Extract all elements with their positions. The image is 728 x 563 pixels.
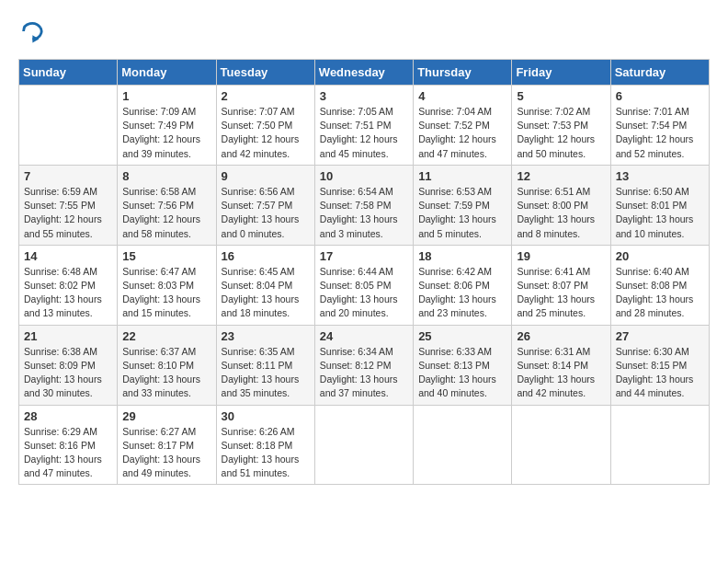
cell-text: Sunrise: 6:37 AMSunset: 8:10 PMDaylight:…	[122, 346, 200, 399]
calendar-cell: 10Sunrise: 6:54 AMSunset: 7:58 PMDayligh…	[314, 165, 413, 245]
day-number: 25	[418, 329, 506, 343]
calendar-cell: 21Sunrise: 6:38 AMSunset: 8:09 PMDayligh…	[19, 325, 118, 405]
calendar-cell	[512, 405, 610, 485]
calendar-cell: 8Sunrise: 6:58 AMSunset: 7:56 PMDaylight…	[118, 165, 216, 245]
calendar-cell: 20Sunrise: 6:40 AMSunset: 8:08 PMDayligh…	[610, 245, 709, 325]
day-number: 21	[24, 329, 112, 343]
calendar-cell: 7Sunrise: 6:59 AMSunset: 7:55 PMDaylight…	[19, 165, 118, 245]
cell-text: Sunrise: 7:05 AMSunset: 7:51 PMDaylight:…	[320, 106, 398, 159]
calendar-table: SundayMondayTuesdayWednesdayThursdayFrid…	[18, 59, 710, 485]
cell-text: Sunrise: 6:34 AMSunset: 8:12 PMDaylight:…	[320, 346, 398, 399]
day-number: 5	[517, 89, 605, 103]
cell-text: Sunrise: 7:04 AMSunset: 7:52 PMDaylight:…	[418, 106, 496, 159]
day-number: 12	[517, 169, 605, 183]
calendar-cell: 18Sunrise: 6:42 AMSunset: 8:06 PMDayligh…	[414, 245, 512, 325]
day-number: 20	[616, 249, 704, 263]
day-number: 27	[616, 329, 704, 343]
day-number: 3	[320, 89, 408, 103]
cell-text: Sunrise: 6:27 AMSunset: 8:17 PMDaylight:…	[122, 426, 200, 479]
calendar-cell: 17Sunrise: 6:44 AMSunset: 8:05 PMDayligh…	[314, 245, 413, 325]
cell-text: Sunrise: 6:59 AMSunset: 7:55 PMDaylight:…	[24, 186, 102, 239]
column-header-wednesday: Wednesday	[314, 60, 413, 86]
calendar-cell: 14Sunrise: 6:48 AMSunset: 8:02 PMDayligh…	[19, 245, 118, 325]
calendar-cell: 25Sunrise: 6:33 AMSunset: 8:13 PMDayligh…	[414, 325, 512, 405]
cell-text: Sunrise: 6:44 AMSunset: 8:05 PMDaylight:…	[320, 266, 398, 319]
day-number: 19	[517, 249, 605, 263]
day-number: 14	[24, 249, 112, 263]
cell-text: Sunrise: 6:56 AMSunset: 7:57 PMDaylight:…	[222, 186, 300, 239]
column-header-saturday: Saturday	[610, 60, 709, 86]
calendar-cell: 4Sunrise: 7:04 AMSunset: 7:52 PMDaylight…	[414, 86, 512, 166]
cell-text: Sunrise: 6:42 AMSunset: 8:06 PMDaylight:…	[418, 266, 496, 319]
cell-text: Sunrise: 6:58 AMSunset: 7:56 PMDaylight:…	[122, 186, 200, 239]
cell-text: Sunrise: 6:40 AMSunset: 8:08 PMDaylight:…	[616, 266, 694, 319]
calendar-cell: 15Sunrise: 6:47 AMSunset: 8:03 PMDayligh…	[118, 245, 216, 325]
day-number: 18	[418, 249, 506, 263]
day-number: 15	[122, 249, 210, 263]
cell-text: Sunrise: 6:53 AMSunset: 7:59 PMDaylight:…	[418, 186, 496, 239]
logo	[18, 18, 48, 44]
day-number: 9	[222, 169, 310, 183]
page-header	[18, 18, 710, 44]
cell-text: Sunrise: 6:41 AMSunset: 8:07 PMDaylight:…	[517, 266, 595, 319]
calendar-header-row: SundayMondayTuesdayWednesdayThursdayFrid…	[19, 60, 710, 86]
day-number: 13	[616, 169, 704, 183]
calendar-cell: 30Sunrise: 6:26 AMSunset: 8:18 PMDayligh…	[216, 405, 314, 485]
column-header-friday: Friday	[512, 60, 610, 86]
cell-text: Sunrise: 6:50 AMSunset: 8:01 PMDaylight:…	[616, 186, 694, 239]
cell-text: Sunrise: 6:51 AMSunset: 8:00 PMDaylight:…	[517, 186, 595, 239]
cell-text: Sunrise: 6:45 AMSunset: 8:04 PMDaylight:…	[222, 266, 300, 319]
column-header-monday: Monday	[118, 60, 216, 86]
calendar-cell	[19, 86, 118, 166]
calendar-cell: 2Sunrise: 7:07 AMSunset: 7:50 PMDaylight…	[216, 86, 314, 166]
day-number: 4	[418, 89, 506, 103]
calendar-week-row: 1Sunrise: 7:09 AMSunset: 7:49 PMDaylight…	[19, 86, 710, 166]
cell-text: Sunrise: 7:07 AMSunset: 7:50 PMDaylight:…	[222, 106, 300, 159]
day-number: 6	[616, 89, 704, 103]
calendar-cell: 12Sunrise: 6:51 AMSunset: 8:00 PMDayligh…	[512, 165, 610, 245]
cell-text: Sunrise: 6:26 AMSunset: 8:18 PMDaylight:…	[222, 426, 300, 479]
calendar-week-row: 14Sunrise: 6:48 AMSunset: 8:02 PMDayligh…	[19, 245, 710, 325]
cell-text: Sunrise: 7:02 AMSunset: 7:53 PMDaylight:…	[517, 106, 595, 159]
calendar-week-row: 28Sunrise: 6:29 AMSunset: 8:16 PMDayligh…	[19, 405, 710, 485]
day-number: 2	[222, 89, 310, 103]
calendar-cell: 9Sunrise: 6:56 AMSunset: 7:57 PMDaylight…	[216, 165, 314, 245]
calendar-cell: 26Sunrise: 6:31 AMSunset: 8:14 PMDayligh…	[512, 325, 610, 405]
calendar-cell: 13Sunrise: 6:50 AMSunset: 8:01 PMDayligh…	[610, 165, 709, 245]
cell-text: Sunrise: 6:30 AMSunset: 8:15 PMDaylight:…	[616, 346, 694, 399]
cell-text: Sunrise: 6:29 AMSunset: 8:16 PMDaylight:…	[24, 426, 102, 479]
calendar-cell	[610, 405, 709, 485]
cell-text: Sunrise: 6:33 AMSunset: 8:13 PMDaylight:…	[418, 346, 496, 399]
cell-text: Sunrise: 6:48 AMSunset: 8:02 PMDaylight:…	[24, 266, 102, 319]
day-number: 7	[24, 169, 112, 183]
calendar-cell: 22Sunrise: 6:37 AMSunset: 8:10 PMDayligh…	[118, 325, 216, 405]
day-number: 11	[418, 169, 506, 183]
day-number: 29	[122, 409, 210, 423]
cell-text: Sunrise: 7:01 AMSunset: 7:54 PMDaylight:…	[616, 106, 694, 159]
calendar-cell: 27Sunrise: 6:30 AMSunset: 8:15 PMDayligh…	[610, 325, 709, 405]
cell-text: Sunrise: 7:09 AMSunset: 7:49 PMDaylight:…	[122, 106, 200, 159]
calendar-cell: 5Sunrise: 7:02 AMSunset: 7:53 PMDaylight…	[512, 86, 610, 166]
day-number: 30	[222, 409, 310, 423]
calendar-cell: 19Sunrise: 6:41 AMSunset: 8:07 PMDayligh…	[512, 245, 610, 325]
column-header-thursday: Thursday	[414, 60, 512, 86]
day-number: 24	[320, 329, 408, 343]
cell-text: Sunrise: 6:54 AMSunset: 7:58 PMDaylight:…	[320, 186, 398, 239]
calendar-week-row: 21Sunrise: 6:38 AMSunset: 8:09 PMDayligh…	[19, 325, 710, 405]
calendar-cell: 11Sunrise: 6:53 AMSunset: 7:59 PMDayligh…	[414, 165, 512, 245]
cell-text: Sunrise: 6:47 AMSunset: 8:03 PMDaylight:…	[122, 266, 200, 319]
logo-icon	[18, 18, 44, 44]
column-header-sunday: Sunday	[19, 60, 118, 86]
calendar-cell: 16Sunrise: 6:45 AMSunset: 8:04 PMDayligh…	[216, 245, 314, 325]
calendar-cell: 3Sunrise: 7:05 AMSunset: 7:51 PMDaylight…	[314, 86, 413, 166]
cell-text: Sunrise: 6:38 AMSunset: 8:09 PMDaylight:…	[24, 346, 102, 399]
calendar-cell: 29Sunrise: 6:27 AMSunset: 8:17 PMDayligh…	[118, 405, 216, 485]
day-number: 10	[320, 169, 408, 183]
day-number: 23	[222, 329, 310, 343]
day-number: 28	[24, 409, 112, 423]
day-number: 16	[222, 249, 310, 263]
calendar-cell: 24Sunrise: 6:34 AMSunset: 8:12 PMDayligh…	[314, 325, 413, 405]
calendar-cell	[314, 405, 413, 485]
calendar-week-row: 7Sunrise: 6:59 AMSunset: 7:55 PMDaylight…	[19, 165, 710, 245]
day-number: 17	[320, 249, 408, 263]
